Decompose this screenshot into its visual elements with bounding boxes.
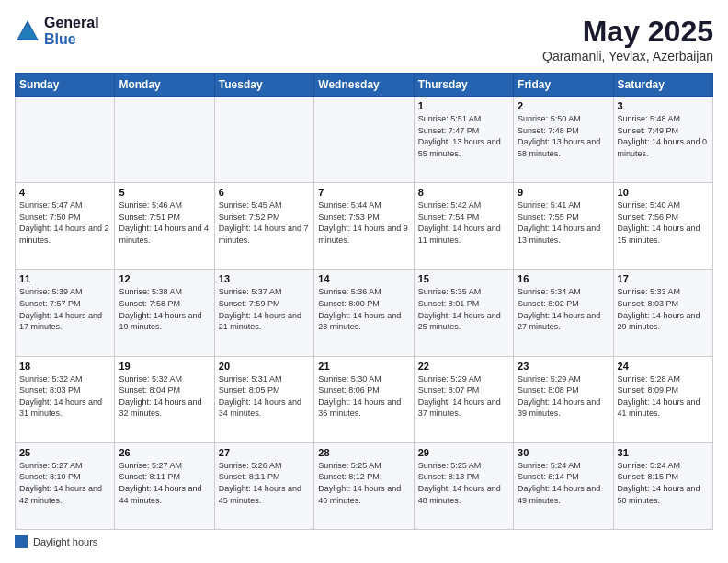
sunset-30: Sunset: 8:14 PM [518, 471, 609, 483]
day-number-22: 22 [418, 361, 509, 372]
sunrise-31: Sunrise: 5:24 AM [618, 460, 709, 472]
daylight-17: Daylight: 14 hours and 29 minutes. [618, 310, 709, 333]
sunset-26: Sunset: 8:11 PM [119, 471, 210, 483]
daylight-26: Daylight: 14 hours and 44 minutes. [119, 483, 210, 506]
day-info-27: Sunrise: 5:26 AMSunset: 8:11 PMDaylight:… [219, 460, 310, 506]
sunrise-29: Sunrise: 5:25 AM [418, 460, 509, 472]
logo: General Blue [15, 15, 99, 47]
sunset-13: Sunset: 7:59 PM [219, 298, 310, 310]
weekday-header-wednesday: Wednesday [314, 74, 414, 97]
day-number-28: 28 [318, 447, 409, 458]
daylight-12: Daylight: 14 hours and 19 minutes. [119, 310, 210, 333]
day-cell-23: 23Sunrise: 5:29 AMSunset: 8:08 PMDayligh… [514, 356, 613, 442]
daylight-25: Daylight: 14 hours and 42 minutes. [19, 483, 110, 506]
day-number-23: 23 [518, 361, 609, 372]
daylight-24: Daylight: 14 hours and 41 minutes. [618, 396, 709, 419]
day-cell-19: 19Sunrise: 5:32 AMSunset: 8:04 PMDayligh… [115, 356, 214, 442]
day-cell-5: 5Sunrise: 5:46 AMSunset: 7:51 PMDaylight… [115, 183, 214, 270]
day-info-22: Sunrise: 5:29 AMSunset: 8:07 PMDaylight:… [418, 373, 509, 419]
sunrise-24: Sunrise: 5:28 AM [618, 373, 709, 385]
sunrise-23: Sunrise: 5:29 AM [518, 373, 609, 385]
daylight-2: Daylight: 13 hours and 58 minutes. [518, 136, 609, 159]
day-info-12: Sunrise: 5:38 AMSunset: 7:58 PMDaylight:… [119, 286, 210, 332]
sunset-25: Sunset: 8:10 PM [19, 471, 110, 483]
day-number-13: 13 [219, 273, 310, 284]
empty-cell [16, 97, 115, 183]
sunrise-14: Sunrise: 5:36 AM [318, 286, 409, 298]
day-info-21: Sunrise: 5:30 AMSunset: 8:06 PMDaylight:… [318, 373, 409, 419]
daylight-14: Daylight: 14 hours and 23 minutes. [318, 310, 409, 333]
day-info-10: Sunrise: 5:40 AMSunset: 7:56 PMDaylight:… [618, 200, 709, 246]
sunrise-27: Sunrise: 5:26 AM [219, 460, 310, 472]
sunrise-8: Sunrise: 5:42 AM [418, 200, 509, 212]
daylight-5: Daylight: 14 hours and 4 minutes. [119, 223, 210, 246]
day-info-26: Sunrise: 5:27 AMSunset: 8:11 PMDaylight:… [119, 460, 210, 506]
day-number-3: 3 [618, 100, 709, 111]
sunrise-21: Sunrise: 5:30 AM [318, 373, 409, 385]
footer: Daylight hours [15, 535, 713, 548]
daylight-15: Daylight: 14 hours and 25 minutes. [418, 310, 509, 333]
day-info-19: Sunrise: 5:32 AMSunset: 8:04 PMDaylight:… [119, 373, 210, 419]
day-number-29: 29 [418, 447, 509, 458]
weekday-header-row: SundayMondayTuesdayWednesdayThursdayFrid… [16, 74, 713, 97]
sunrise-13: Sunrise: 5:37 AM [219, 286, 310, 298]
sunset-18: Sunset: 8:03 PM [19, 385, 110, 396]
logo-general-label: General [44, 15, 99, 31]
day-number-8: 8 [418, 187, 509, 198]
sunset-29: Sunset: 8:13 PM [418, 471, 509, 483]
sunset-14: Sunset: 8:00 PM [318, 298, 409, 310]
daylight-20: Daylight: 14 hours and 34 minutes. [219, 396, 310, 419]
sunset-21: Sunset: 8:06 PM [318, 385, 409, 396]
day-cell-25: 25Sunrise: 5:27 AMSunset: 8:10 PMDayligh… [16, 442, 115, 529]
day-number-15: 15 [418, 273, 509, 284]
day-number-12: 12 [119, 273, 210, 284]
day-cell-28: 28Sunrise: 5:25 AMSunset: 8:12 PMDayligh… [314, 442, 414, 529]
daylight-1: Daylight: 13 hours and 55 minutes. [418, 136, 509, 159]
daylight-28: Daylight: 14 hours and 46 minutes. [318, 483, 409, 506]
daylight-3: Daylight: 14 hours and 0 minutes. [618, 136, 709, 159]
day-info-25: Sunrise: 5:27 AMSunset: 8:10 PMDaylight:… [19, 460, 110, 506]
sunset-9: Sunset: 7:55 PM [518, 212, 609, 224]
sunrise-2: Sunrise: 5:50 AM [518, 113, 609, 125]
sunset-6: Sunset: 7:52 PM [219, 212, 310, 224]
day-cell-16: 16Sunrise: 5:34 AMSunset: 8:02 PMDayligh… [514, 270, 613, 356]
sunset-27: Sunset: 8:11 PM [219, 471, 310, 483]
daylight-31: Daylight: 14 hours and 50 minutes. [618, 483, 709, 506]
day-number-17: 17 [618, 273, 709, 284]
svg-marker-1 [18, 24, 37, 39]
sunset-1: Sunset: 7:47 PM [418, 125, 509, 137]
daylight-30: Daylight: 14 hours and 49 minutes. [518, 483, 609, 506]
day-cell-7: 7Sunrise: 5:44 AMSunset: 7:53 PMDaylight… [314, 183, 414, 270]
calendar-table: SundayMondayTuesdayWednesdayThursdayFrid… [15, 73, 713, 530]
day-info-23: Sunrise: 5:29 AMSunset: 8:08 PMDaylight:… [518, 373, 609, 419]
month-year-title: May 2025 [542, 15, 713, 49]
header: General Blue May 2025 Qaramanli, Yevlax,… [15, 15, 713, 63]
sunset-19: Sunset: 8:04 PM [119, 385, 210, 396]
daylight-22: Daylight: 14 hours and 37 minutes. [418, 396, 509, 419]
day-cell-22: 22Sunrise: 5:29 AMSunset: 8:07 PMDayligh… [414, 356, 513, 442]
day-number-6: 6 [219, 187, 310, 198]
day-info-1: Sunrise: 5:51 AMSunset: 7:47 PMDaylight:… [418, 113, 509, 159]
sunset-15: Sunset: 8:01 PM [418, 298, 509, 310]
location-label: Qaramanli, Yevlax, Azerbaijan [542, 49, 713, 63]
day-cell-18: 18Sunrise: 5:32 AMSunset: 8:03 PMDayligh… [16, 356, 115, 442]
empty-cell [115, 97, 214, 183]
day-number-18: 18 [19, 361, 110, 372]
daylight-13: Daylight: 14 hours and 21 minutes. [219, 310, 310, 333]
daylight-10: Daylight: 14 hours and 15 minutes. [618, 223, 709, 246]
day-cell-13: 13Sunrise: 5:37 AMSunset: 7:59 PMDayligh… [214, 270, 313, 356]
day-number-16: 16 [518, 273, 609, 284]
day-number-30: 30 [518, 447, 609, 458]
day-cell-6: 6Sunrise: 5:45 AMSunset: 7:52 PMDaylight… [214, 183, 313, 270]
day-info-14: Sunrise: 5:36 AMSunset: 8:00 PMDaylight:… [318, 286, 409, 332]
day-info-31: Sunrise: 5:24 AMSunset: 8:15 PMDaylight:… [618, 460, 709, 506]
sunrise-16: Sunrise: 5:34 AM [518, 286, 609, 298]
sunrise-26: Sunrise: 5:27 AM [119, 460, 210, 472]
day-number-19: 19 [119, 361, 210, 372]
week-row-2: 11Sunrise: 5:39 AMSunset: 7:57 PMDayligh… [16, 270, 713, 356]
day-number-14: 14 [318, 273, 409, 284]
sunrise-18: Sunrise: 5:32 AM [19, 373, 110, 385]
sunrise-3: Sunrise: 5:48 AM [618, 113, 709, 125]
day-number-9: 9 [518, 187, 609, 198]
day-number-24: 24 [618, 361, 709, 372]
